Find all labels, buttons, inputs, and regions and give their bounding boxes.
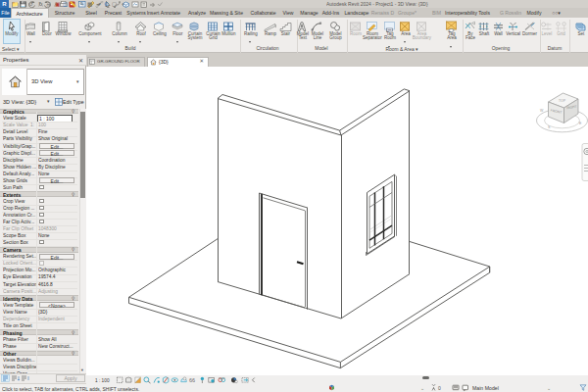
svg-text:W: W xyxy=(540,108,544,112)
svg-text:S: S xyxy=(548,124,551,128)
svg-text:⌄: ⌄ xyxy=(547,385,551,391)
svg-text:E: E xyxy=(579,121,582,124)
svg-text:⌄: ⌄ xyxy=(420,385,424,391)
svg-text:TOP: TOP xyxy=(559,98,566,102)
svg-text:66: 66 xyxy=(189,377,195,383)
svg-text:Main Model: Main Model xyxy=(472,385,499,391)
svg-text:0: 0 xyxy=(438,385,441,391)
